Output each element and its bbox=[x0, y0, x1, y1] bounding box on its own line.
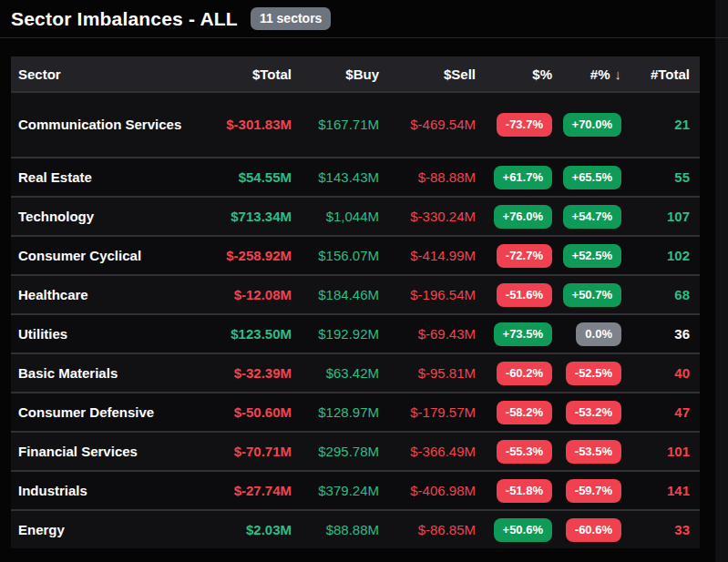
pct_dollar-badge: -51.8% bbox=[497, 479, 552, 503]
num_total-value: 21 bbox=[674, 117, 690, 132]
table-row[interactable]: Financial Services$-70.71M$295.78M$-366.… bbox=[11, 431, 700, 470]
cell-num_total: 101 bbox=[621, 444, 690, 460]
pct_num-badge: +70.0% bbox=[563, 113, 621, 137]
cell-pct_dollar: +50.6% bbox=[476, 518, 552, 542]
num_total-value: 141 bbox=[667, 483, 690, 498]
cell-pct_dollar: -72.7% bbox=[476, 244, 552, 268]
cell-total: $-301.83M bbox=[193, 117, 292, 133]
buy-value: $379.24M bbox=[318, 483, 379, 498]
cell-pct_num: +50.7% bbox=[552, 283, 621, 307]
pct_dollar-badge: -72.7% bbox=[497, 244, 552, 268]
header-label: #Total bbox=[651, 66, 690, 82]
pct_dollar-badge: +61.7% bbox=[494, 166, 552, 189]
cell-pct_num: +70.0% bbox=[552, 113, 621, 137]
num_total-value: 33 bbox=[674, 522, 690, 537]
cell-buy: $88.88M bbox=[292, 522, 379, 538]
header-pct_num[interactable]: #%↓ bbox=[552, 66, 621, 82]
table-row[interactable]: Industrials$-27.74M$379.24M$-406.98M-51.… bbox=[11, 470, 700, 509]
num_total-value: 36 bbox=[674, 326, 690, 342]
total-value: $-301.83M bbox=[226, 117, 292, 132]
table-row[interactable]: Consumer Cyclical$-258.92M$156.07M$-414.… bbox=[11, 235, 700, 274]
cell-num_total: 40 bbox=[621, 365, 690, 382]
cell-sell: $-86.85M bbox=[379, 522, 476, 538]
pct_dollar-badge: +50.6% bbox=[494, 518, 552, 542]
cell-sell: $-88.88M bbox=[379, 169, 476, 186]
sell-value: $-179.57M bbox=[410, 404, 476, 420]
header-num_total[interactable]: #Total bbox=[621, 66, 690, 82]
cell-sector: Industrials bbox=[11, 482, 193, 500]
cell-pct_dollar: -58.2% bbox=[476, 401, 552, 424]
cell-total: $-258.92M bbox=[193, 248, 292, 264]
cell-pct_dollar: -51.8% bbox=[476, 479, 552, 503]
cell-buy: $63.42M bbox=[292, 365, 379, 382]
header-label: $% bbox=[532, 66, 552, 82]
cell-total: $-50.60M bbox=[193, 404, 292, 421]
table-row[interactable]: Energy$2.03M$88.88M$-86.85M+50.6%-60.6%3… bbox=[11, 509, 700, 548]
header-pct_dollar[interactable]: $% bbox=[476, 66, 552, 82]
header-total[interactable]: $Total bbox=[193, 66, 292, 82]
cell-sector: Real Estate bbox=[11, 169, 193, 187]
buy-value: $143.43M bbox=[318, 169, 379, 185]
cell-pct_dollar: -73.7% bbox=[476, 113, 552, 137]
cell-num_total: 102 bbox=[621, 248, 690, 264]
sell-value: $-406.98M bbox=[410, 483, 476, 498]
cell-pct_num: -53.5% bbox=[552, 440, 621, 464]
cell-pct_dollar: +61.7% bbox=[476, 166, 552, 189]
table-row[interactable]: Healthcare$-12.08M$184.46M$-196.54M-51.6… bbox=[11, 274, 700, 313]
sell-value: $-469.54M bbox=[410, 117, 476, 132]
header-buy[interactable]: $Buy bbox=[292, 66, 379, 82]
buy-value: $184.46M bbox=[318, 287, 379, 302]
cell-num_total: 141 bbox=[621, 483, 690, 499]
table-row[interactable]: Basic Materials$-32.39M$63.42M$-95.81M-6… bbox=[11, 353, 700, 392]
table-row[interactable]: Utilities$123.50M$192.92M$-69.43M+73.5%0… bbox=[11, 313, 700, 353]
pct_num-badge: -53.5% bbox=[566, 440, 621, 464]
cell-pct_num: -53.2% bbox=[552, 401, 621, 424]
num_total-value: 107 bbox=[667, 209, 690, 224]
header-sell[interactable]: $Sell bbox=[379, 66, 476, 82]
pct_num-badge: -60.6% bbox=[566, 518, 621, 542]
cell-sector: Basic Materials bbox=[11, 364, 193, 383]
cell-total: $-12.08M bbox=[193, 287, 292, 303]
buy-value: $128.97M bbox=[318, 404, 379, 420]
pct_num-badge: -52.5% bbox=[566, 362, 621, 385]
header-label: #% bbox=[590, 66, 610, 82]
cell-buy: $192.92M bbox=[292, 326, 379, 342]
sell-value: $-330.24M bbox=[410, 209, 476, 224]
cell-pct_dollar: -60.2% bbox=[476, 362, 552, 385]
total-value: $-258.92M bbox=[226, 248, 292, 263]
pct_num-badge: +65.5% bbox=[563, 166, 621, 189]
table-row[interactable]: Consumer Defensive$-50.60M$128.97M$-179.… bbox=[11, 392, 700, 431]
header-sector[interactable]: Sector bbox=[11, 66, 193, 82]
total-value: $2.03M bbox=[246, 522, 292, 537]
pct_num-badge: +50.7% bbox=[563, 283, 621, 307]
header-label: $Total bbox=[252, 66, 292, 82]
cell-buy: $156.07M bbox=[292, 248, 379, 264]
table-row[interactable]: Real Estate$54.55M$143.43M$-88.88M+61.7%… bbox=[11, 157, 700, 196]
header-label: $Buy bbox=[345, 66, 379, 82]
cell-pct_num: -59.7% bbox=[552, 479, 621, 503]
cell-pct_num: +54.7% bbox=[552, 205, 621, 229]
num_total-value: 101 bbox=[667, 444, 690, 459]
cell-sector: Financial Services bbox=[11, 443, 193, 461]
cell-pct_num: -52.5% bbox=[552, 362, 621, 385]
cell-buy: $295.78M bbox=[292, 444, 379, 460]
cell-buy: $379.24M bbox=[292, 483, 379, 499]
table-row[interactable]: Communication Services$-301.83M$167.71M$… bbox=[11, 91, 700, 157]
title-bar: Sector Imbalances - ALL 11 sectors bbox=[0, 0, 728, 38]
pct_num-badge: -59.7% bbox=[566, 479, 621, 503]
total-value: $-12.08M bbox=[234, 287, 292, 302]
cell-num_total: 21 bbox=[621, 117, 690, 133]
cell-num_total: 47 bbox=[621, 404, 690, 421]
num_total-value: 40 bbox=[674, 365, 690, 381]
cell-total: $-70.71M bbox=[193, 444, 292, 460]
sell-value: $-86.85M bbox=[418, 522, 476, 537]
buy-value: $192.92M bbox=[318, 326, 379, 342]
cell-num_total: 33 bbox=[621, 522, 690, 538]
buy-value: $88.88M bbox=[326, 522, 379, 537]
cell-buy: $167.71M bbox=[292, 117, 379, 133]
table-row[interactable]: Technology$713.34M$1,044M$-330.24M+76.0%… bbox=[11, 196, 700, 235]
pct_dollar-badge: +73.5% bbox=[494, 322, 552, 346]
total-value: $-70.71M bbox=[234, 444, 292, 459]
table-body: Communication Services$-301.83M$167.71M$… bbox=[11, 91, 700, 548]
pct_dollar-badge: -58.2% bbox=[497, 401, 552, 424]
